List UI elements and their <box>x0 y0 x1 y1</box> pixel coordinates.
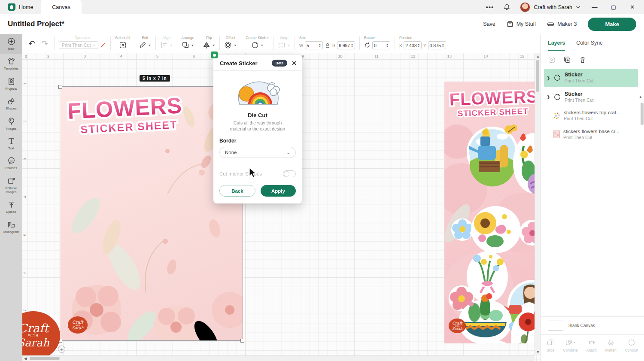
rotate-input[interactable]: 0▲▼ <box>372 41 390 49</box>
position-y-input[interactable]: 0.875▲▼ <box>428 41 446 49</box>
horizontal-scroll-thumb[interactable] <box>30 357 60 360</box>
vertical-scroll-thumb[interactable] <box>536 60 539 92</box>
selection-handle-top-left[interactable] <box>58 85 62 89</box>
contour-button[interactable]: Contour <box>625 339 638 361</box>
layer-thumbnail-confetti <box>553 112 560 120</box>
ruler-v-label: 5 <box>23 234 27 236</box>
menubar: Untitled Project* Save My Stuff Maker 3 … <box>0 14 644 34</box>
ruler-v-label: 1 <box>23 82 27 85</box>
text-icon <box>7 137 15 145</box>
rotate-icon[interactable] <box>364 42 371 49</box>
cut-interior-toggle[interactable] <box>283 170 296 177</box>
create-sticker-menu[interactable]: Create Sticker ▼ <box>241 34 273 53</box>
tab-home[interactable]: Home <box>0 0 41 14</box>
save-button[interactable]: Save <box>483 21 495 27</box>
ruler-h-label: 12 <box>411 54 415 58</box>
canvas-vertical-scrollbar[interactable]: ▲ ▼ <box>535 53 540 355</box>
sidebar-item-images[interactable]: Images <box>0 114 22 133</box>
more-menu-icon[interactable]: ••• <box>486 3 494 11</box>
tab-color-sync[interactable]: Color Sync <box>576 40 602 51</box>
slice-button[interactable]: Slice <box>547 339 554 361</box>
layer-row-top-image[interactable]: stickers-flowers-top-craf...Print Then C… <box>544 107 638 124</box>
selection-handle-bottom-right[interactable] <box>240 339 244 343</box>
restore-button[interactable]: ▢ <box>609 4 618 10</box>
sidebar-item-monogram[interactable]: Monogram <box>0 217 22 237</box>
flip-menu[interactable]: Flip ▼ <box>198 34 219 53</box>
color-swatch-icon[interactable] <box>100 42 106 48</box>
sidebar-item-editable-images[interactable]: Editable Images <box>0 173 22 197</box>
canvas-horizontal-scrollbar[interactable]: ◀ <box>22 355 535 361</box>
sidebar-item-text[interactable]: Text <box>0 133 22 153</box>
ruler-h-label: 11 <box>374 54 378 58</box>
lock-icon[interactable] <box>325 42 331 49</box>
dialog-close-icon[interactable]: ✕ <box>292 60 297 67</box>
redo-button[interactable]: ↷ <box>41 39 48 49</box>
machine-select[interactable]: Maker 3 <box>547 21 577 28</box>
tab-layers[interactable]: Layers <box>548 40 565 51</box>
sidebar-item-shapes[interactable]: Shapes <box>0 94 22 113</box>
undo-button[interactable]: ↶ <box>28 39 35 49</box>
attach-button[interactable]: Attach <box>586 339 597 361</box>
chevron-down-icon <box>576 5 580 9</box>
app-window: Home Canvas ••• Craft with Sarah — ▢ ✕ U… <box>0 0 644 361</box>
layer-row-sticker-2[interactable]: ❯ StickerPrint Then Cut <box>544 88 638 106</box>
back-button[interactable]: Back <box>219 185 255 197</box>
sidebar-item-new[interactable]: New <box>0 34 22 54</box>
select-all-button[interactable]: Select All <box>111 34 134 53</box>
arrange-menu[interactable]: Arrange ▼ <box>177 34 198 53</box>
width-input[interactable]: 5▲▼ <box>305 41 323 49</box>
tab-canvas[interactable]: Canvas <box>41 0 81 14</box>
sidebar-item-templates[interactable]: Templates <box>0 54 22 73</box>
close-button[interactable]: ✕ <box>628 4 637 10</box>
delete-trash-icon[interactable] <box>579 56 586 64</box>
combine-button[interactable]: ▼ Combine <box>563 339 577 361</box>
blank-canvas-row[interactable]: Blank Canvas <box>541 316 644 334</box>
sidebar-item-upload[interactable]: Upload <box>0 197 22 217</box>
ruler-h-label: 15 <box>520 54 524 58</box>
titlebar: Home Canvas ••• Craft with Sarah — ▢ ✕ <box>0 0 644 14</box>
selection-size-tag: 5 in x 7 in <box>140 75 170 82</box>
ruler-v-label: 6 <box>23 271 27 273</box>
panel-scroll-thumb[interactable] <box>641 103 644 125</box>
edit-menu[interactable]: Edit ▼ <box>134 34 155 53</box>
ruler-h-label: 14 <box>483 54 488 58</box>
offset-menu[interactable]: Offset ▼ <box>220 34 241 53</box>
panel-scroll-up-icon[interactable]: ▲ <box>639 95 642 99</box>
height-input[interactable]: 6.997▲▼ <box>337 41 355 49</box>
border-label: Border <box>219 138 296 144</box>
slice-icon <box>547 339 554 346</box>
operation-select[interactable]: Print Then Cut▼ <box>59 41 98 49</box>
zoom-in-icon[interactable]: + <box>58 346 65 353</box>
expand-chevron-icon[interactable]: ❯ <box>547 76 550 80</box>
templates-shirt-icon <box>7 57 15 65</box>
canvas-color-swatch[interactable] <box>548 321 563 331</box>
sidebar-item-phrases[interactable]: Phrases <box>0 153 22 173</box>
duplicate-icon[interactable] <box>563 56 571 64</box>
beta-badge: Beta <box>272 60 287 67</box>
make-button[interactable]: Make <box>588 18 636 31</box>
align-menu: Align ▼ <box>156 34 177 53</box>
ruler-h-label: 2 <box>47 54 49 58</box>
expand-chevron-icon[interactable]: ❯ <box>547 94 550 99</box>
notifications-bell-icon[interactable] <box>503 3 510 11</box>
layer-row-base-image[interactable]: stickers-flowers-base-cr...Print Then Cu… <box>544 126 638 143</box>
position-x-input[interactable]: 2.403▲▼ <box>404 41 422 49</box>
images-balloon-icon <box>7 117 15 125</box>
projects-icon <box>7 77 15 85</box>
sticker-blue-flower <box>451 218 474 241</box>
flatten-button[interactable]: Flatten <box>605 339 617 361</box>
apply-button[interactable]: Apply <box>261 185 296 197</box>
sticker-sheet-full[interactable]: FLOWERSFLOWERS STICKER SHEETSTICKER SHEE… <box>444 82 540 343</box>
minimize-button[interactable]: — <box>590 4 599 10</box>
layer-actions-bar: Slice ▼ Combine Attach Flatten Contour <box>541 334 644 361</box>
layer-row-sticker-1[interactable]: ❯ StickerPrint Then Cut <box>544 69 638 87</box>
sidebar-item-projects[interactable]: Projects <box>0 74 22 94</box>
border-dropdown[interactable]: None ⌄ <box>219 147 296 158</box>
sticker-layer-icon <box>553 74 561 82</box>
sticker-layer-icon <box>553 93 561 101</box>
cut-type-description: Cuts all the way throughmaterial to the … <box>219 120 296 132</box>
attach-paperclip-icon <box>588 339 595 346</box>
my-stuff-button[interactable]: My Stuff <box>507 21 536 27</box>
account-menu[interactable]: Craft with Sarah <box>520 2 580 12</box>
new-plus-icon <box>7 37 15 46</box>
